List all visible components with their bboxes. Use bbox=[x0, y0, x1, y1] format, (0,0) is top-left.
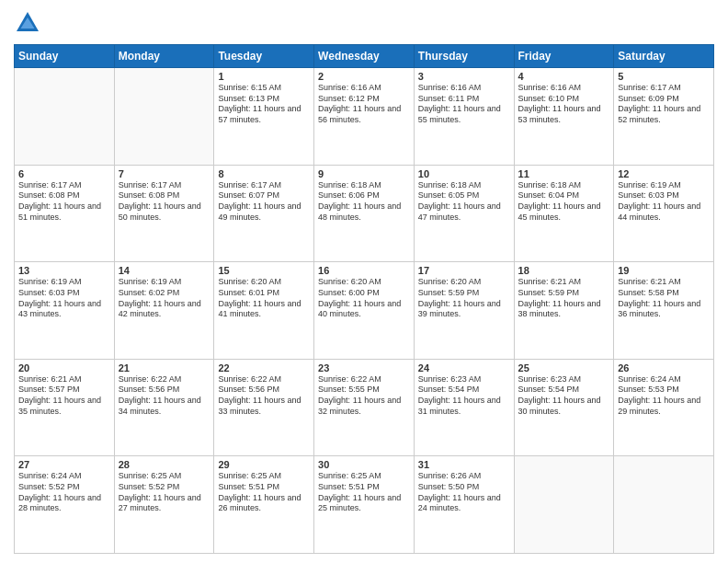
day-info: Sunrise: 6:16 AM Sunset: 6:11 PM Dayligh… bbox=[418, 83, 510, 126]
calendar-cell: 24Sunrise: 6:23 AM Sunset: 5:54 PM Dayli… bbox=[414, 359, 514, 456]
day-info: Sunrise: 6:17 AM Sunset: 6:07 PM Dayligh… bbox=[218, 180, 310, 224]
day-info: Sunrise: 6:23 AM Sunset: 5:54 PM Dayligh… bbox=[518, 374, 610, 418]
day-number: 30 bbox=[318, 459, 410, 470]
calendar-cell: 29Sunrise: 6:25 AM Sunset: 5:51 PM Dayli… bbox=[214, 456, 314, 554]
day-number: 29 bbox=[218, 459, 310, 470]
day-info: Sunrise: 6:16 AM Sunset: 6:12 PM Dayligh… bbox=[318, 83, 410, 126]
day-info: Sunrise: 6:18 AM Sunset: 6:06 PM Dayligh… bbox=[318, 180, 410, 224]
calendar-cell: 10Sunrise: 6:18 AM Sunset: 6:05 PM Dayli… bbox=[414, 165, 514, 262]
day-info: Sunrise: 6:22 AM Sunset: 5:56 PM Dayligh… bbox=[119, 374, 210, 418]
calendar-cell: 12Sunrise: 6:19 AM Sunset: 6:03 PM Dayli… bbox=[614, 165, 714, 262]
day-number: 15 bbox=[218, 265, 310, 276]
calendar-cell: 25Sunrise: 6:23 AM Sunset: 5:54 PM Dayli… bbox=[514, 359, 614, 456]
calendar-table: SundayMondayTuesdayWednesdayThursdayFrid… bbox=[14, 44, 714, 554]
calendar-cell: 23Sunrise: 6:22 AM Sunset: 5:55 PM Dayli… bbox=[314, 359, 415, 456]
calendar-cell: 8Sunrise: 6:17 AM Sunset: 6:07 PM Daylig… bbox=[214, 165, 314, 262]
day-info: Sunrise: 6:22 AM Sunset: 5:56 PM Dayligh… bbox=[218, 374, 310, 418]
day-number: 26 bbox=[618, 362, 710, 373]
calendar-cell: 31Sunrise: 6:26 AM Sunset: 5:50 PM Dayli… bbox=[414, 456, 514, 554]
day-number: 23 bbox=[318, 362, 410, 373]
logo-icon bbox=[14, 9, 41, 37]
calendar-cell: 17Sunrise: 6:20 AM Sunset: 5:59 PM Dayli… bbox=[414, 262, 514, 360]
day-number: 22 bbox=[218, 362, 310, 373]
day-info: Sunrise: 6:25 AM Sunset: 5:52 PM Dayligh… bbox=[119, 471, 210, 514]
day-info: Sunrise: 6:18 AM Sunset: 6:04 PM Dayligh… bbox=[518, 180, 610, 224]
calendar-cell: 6Sunrise: 6:17 AM Sunset: 6:08 PM Daylig… bbox=[15, 165, 115, 262]
day-info: Sunrise: 6:20 AM Sunset: 6:01 PM Dayligh… bbox=[218, 277, 310, 320]
day-info: Sunrise: 6:20 AM Sunset: 5:59 PM Dayligh… bbox=[418, 277, 510, 320]
weekday-header-friday: Friday bbox=[514, 45, 614, 68]
calendar-week-row: 20Sunrise: 6:21 AM Sunset: 5:57 PM Dayli… bbox=[15, 359, 714, 456]
day-info: Sunrise: 6:25 AM Sunset: 5:51 PM Dayligh… bbox=[218, 471, 310, 514]
calendar-cell: 19Sunrise: 6:21 AM Sunset: 5:58 PM Dayli… bbox=[614, 262, 714, 360]
day-number: 4 bbox=[518, 71, 610, 82]
day-info: Sunrise: 6:17 AM Sunset: 6:08 PM Dayligh… bbox=[18, 180, 110, 224]
day-info: Sunrise: 6:23 AM Sunset: 5:54 PM Dayligh… bbox=[418, 374, 510, 418]
day-number: 21 bbox=[119, 362, 210, 373]
day-number: 14 bbox=[119, 265, 210, 276]
calendar-cell: 11Sunrise: 6:18 AM Sunset: 6:04 PM Dayli… bbox=[514, 165, 614, 262]
calendar-cell: 28Sunrise: 6:25 AM Sunset: 5:52 PM Dayli… bbox=[114, 456, 214, 554]
day-number: 24 bbox=[418, 362, 510, 373]
weekday-header-sunday: Sunday bbox=[15, 45, 115, 68]
day-number: 16 bbox=[318, 265, 410, 276]
calendar-cell: 22Sunrise: 6:22 AM Sunset: 5:56 PM Dayli… bbox=[214, 359, 314, 456]
day-info: Sunrise: 6:21 AM Sunset: 5:58 PM Dayligh… bbox=[618, 277, 710, 320]
day-info: Sunrise: 6:19 AM Sunset: 6:02 PM Dayligh… bbox=[119, 277, 210, 320]
calendar-week-row: 27Sunrise: 6:24 AM Sunset: 5:52 PM Dayli… bbox=[15, 456, 714, 554]
logo bbox=[14, 9, 45, 37]
day-number: 19 bbox=[618, 265, 710, 276]
day-number: 28 bbox=[119, 459, 210, 470]
day-number: 31 bbox=[418, 459, 510, 470]
day-info: Sunrise: 6:24 AM Sunset: 5:52 PM Dayligh… bbox=[18, 471, 110, 514]
day-number: 5 bbox=[618, 71, 710, 82]
day-number: 18 bbox=[518, 265, 610, 276]
day-number: 17 bbox=[418, 265, 510, 276]
day-info: Sunrise: 6:20 AM Sunset: 6:00 PM Dayligh… bbox=[318, 277, 410, 320]
day-number: 6 bbox=[18, 168, 110, 179]
weekday-header-monday: Monday bbox=[114, 45, 214, 68]
day-number: 12 bbox=[618, 168, 710, 179]
day-number: 11 bbox=[518, 168, 610, 179]
day-info: Sunrise: 6:21 AM Sunset: 5:57 PM Dayligh… bbox=[18, 374, 110, 418]
day-number: 9 bbox=[318, 168, 410, 179]
day-info: Sunrise: 6:17 AM Sunset: 6:09 PM Dayligh… bbox=[618, 83, 710, 126]
day-info: Sunrise: 6:21 AM Sunset: 5:59 PM Dayligh… bbox=[518, 277, 610, 320]
calendar-cell: 15Sunrise: 6:20 AM Sunset: 6:01 PM Dayli… bbox=[214, 262, 314, 360]
calendar-week-row: 1Sunrise: 6:15 AM Sunset: 6:13 PM Daylig… bbox=[15, 68, 714, 166]
day-info: Sunrise: 6:25 AM Sunset: 5:51 PM Dayligh… bbox=[318, 471, 410, 514]
calendar-cell: 1Sunrise: 6:15 AM Sunset: 6:13 PM Daylig… bbox=[214, 68, 314, 166]
calendar-cell: 3Sunrise: 6:16 AM Sunset: 6:11 PM Daylig… bbox=[414, 68, 514, 166]
calendar-cell: 27Sunrise: 6:24 AM Sunset: 5:52 PM Dayli… bbox=[15, 456, 115, 554]
day-number: 1 bbox=[218, 71, 310, 82]
day-info: Sunrise: 6:19 AM Sunset: 6:03 PM Dayligh… bbox=[18, 277, 110, 320]
day-number: 25 bbox=[518, 362, 610, 373]
day-info: Sunrise: 6:26 AM Sunset: 5:50 PM Dayligh… bbox=[418, 471, 510, 514]
day-info: Sunrise: 6:24 AM Sunset: 5:53 PM Dayligh… bbox=[618, 374, 710, 418]
day-info: Sunrise: 6:17 AM Sunset: 6:08 PM Dayligh… bbox=[119, 180, 210, 224]
calendar-cell: 2Sunrise: 6:16 AM Sunset: 6:12 PM Daylig… bbox=[314, 68, 415, 166]
day-number: 27 bbox=[18, 459, 110, 470]
day-number: 8 bbox=[218, 168, 310, 179]
calendar-week-row: 13Sunrise: 6:19 AM Sunset: 6:03 PM Dayli… bbox=[15, 262, 714, 360]
calendar-cell bbox=[114, 68, 214, 166]
day-info: Sunrise: 6:15 AM Sunset: 6:13 PM Dayligh… bbox=[218, 83, 310, 126]
weekday-header-tuesday: Tuesday bbox=[214, 45, 314, 68]
day-number: 3 bbox=[418, 71, 510, 82]
calendar-header-row: SundayMondayTuesdayWednesdayThursdayFrid… bbox=[15, 45, 714, 68]
day-number: 2 bbox=[318, 71, 410, 82]
day-number: 13 bbox=[18, 265, 110, 276]
calendar-cell: 5Sunrise: 6:17 AM Sunset: 6:09 PM Daylig… bbox=[614, 68, 714, 166]
calendar-cell bbox=[15, 68, 115, 166]
calendar-cell: 20Sunrise: 6:21 AM Sunset: 5:57 PM Dayli… bbox=[15, 359, 115, 456]
day-info: Sunrise: 6:22 AM Sunset: 5:55 PM Dayligh… bbox=[318, 374, 410, 418]
day-info: Sunrise: 6:19 AM Sunset: 6:03 PM Dayligh… bbox=[618, 180, 710, 224]
calendar-cell: 21Sunrise: 6:22 AM Sunset: 5:56 PM Dayli… bbox=[114, 359, 214, 456]
day-number: 7 bbox=[119, 168, 210, 179]
calendar-cell: 7Sunrise: 6:17 AM Sunset: 6:08 PM Daylig… bbox=[114, 165, 214, 262]
day-number: 20 bbox=[18, 362, 110, 373]
day-info: Sunrise: 6:18 AM Sunset: 6:05 PM Dayligh… bbox=[418, 180, 510, 224]
day-number: 10 bbox=[418, 168, 510, 179]
day-info: Sunrise: 6:16 AM Sunset: 6:10 PM Dayligh… bbox=[518, 83, 610, 126]
weekday-header-thursday: Thursday bbox=[414, 45, 514, 68]
